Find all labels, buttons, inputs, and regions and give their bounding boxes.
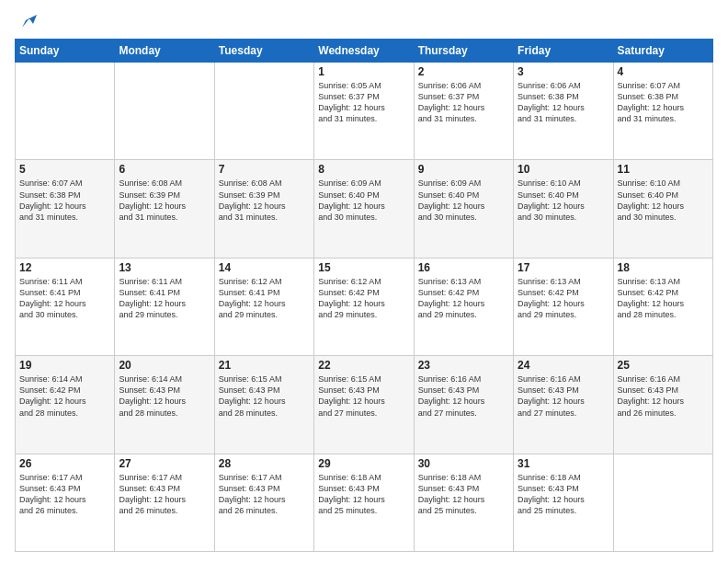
day-number: 10: [518, 163, 609, 176]
calendar-cell: 14Sunrise: 6:12 AM Sunset: 6:41 PM Dayli…: [214, 258, 313, 355]
day-number: 29: [318, 457, 409, 470]
calendar-week-5: 26Sunrise: 6:17 AM Sunset: 6:43 PM Dayli…: [16, 454, 713, 551]
day-info: Sunrise: 6:11 AM Sunset: 6:41 PM Dayligh…: [19, 276, 110, 321]
day-info: Sunrise: 6:17 AM Sunset: 6:43 PM Dayligh…: [19, 472, 110, 517]
weekday-header-monday: Monday: [115, 40, 214, 63]
calendar-cell: [613, 454, 712, 551]
calendar-cell: 1Sunrise: 6:05 AM Sunset: 6:37 PM Daylig…: [314, 63, 414, 160]
day-info: Sunrise: 6:07 AM Sunset: 6:38 PM Dayligh…: [618, 80, 709, 125]
logo: [15, 11, 37, 31]
calendar-cell: 25Sunrise: 6:16 AM Sunset: 6:43 PM Dayli…: [613, 356, 712, 454]
calendar-cell: 3Sunrise: 6:06 AM Sunset: 6:38 PM Daylig…: [514, 63, 613, 160]
calendar-cell: 16Sunrise: 6:13 AM Sunset: 6:42 PM Dayli…: [414, 258, 513, 355]
day-info: Sunrise: 6:07 AM Sunset: 6:38 PM Dayligh…: [19, 178, 110, 223]
calendar-week-1: 1Sunrise: 6:05 AM Sunset: 6:37 PM Daylig…: [16, 63, 713, 160]
calendar-cell: [16, 63, 115, 160]
calendar-cell: 19Sunrise: 6:14 AM Sunset: 6:42 PM Dayli…: [16, 356, 115, 454]
calendar-week-4: 19Sunrise: 6:14 AM Sunset: 6:42 PM Dayli…: [16, 356, 713, 454]
weekday-header-sunday: Sunday: [16, 40, 115, 63]
day-info: Sunrise: 6:12 AM Sunset: 6:42 PM Dayligh…: [318, 276, 409, 321]
day-number: 14: [219, 261, 310, 274]
day-number: 27: [119, 457, 210, 470]
day-info: Sunrise: 6:18 AM Sunset: 6:43 PM Dayligh…: [418, 472, 509, 517]
weekday-header-friday: Friday: [514, 40, 613, 63]
page: SundayMondayTuesdayWednesdayThursdayFrid…: [0, 0, 728, 563]
calendar-cell: 27Sunrise: 6:17 AM Sunset: 6:43 PM Dayli…: [115, 454, 214, 551]
day-info: Sunrise: 6:14 AM Sunset: 6:43 PM Dayligh…: [119, 373, 210, 419]
day-info: Sunrise: 6:06 AM Sunset: 6:38 PM Dayligh…: [518, 80, 609, 125]
day-info: Sunrise: 6:18 AM Sunset: 6:43 PM Dayligh…: [318, 472, 409, 517]
calendar-cell: 28Sunrise: 6:17 AM Sunset: 6:43 PM Dayli…: [214, 454, 313, 551]
day-info: Sunrise: 6:18 AM Sunset: 6:43 PM Dayligh…: [518, 472, 609, 517]
day-info: Sunrise: 6:15 AM Sunset: 6:43 PM Dayligh…: [219, 373, 310, 419]
day-info: Sunrise: 6:05 AM Sunset: 6:37 PM Dayligh…: [318, 80, 409, 125]
calendar-cell: 4Sunrise: 6:07 AM Sunset: 6:38 PM Daylig…: [613, 63, 712, 160]
calendar-cell: 2Sunrise: 6:06 AM Sunset: 6:37 PM Daylig…: [414, 63, 513, 160]
day-number: 30: [418, 457, 509, 470]
calendar-cell: 6Sunrise: 6:08 AM Sunset: 6:39 PM Daylig…: [115, 160, 214, 258]
day-number: 16: [418, 261, 509, 274]
day-info: Sunrise: 6:16 AM Sunset: 6:43 PM Dayligh…: [618, 373, 709, 419]
day-info: Sunrise: 6:08 AM Sunset: 6:39 PM Dayligh…: [219, 178, 310, 223]
calendar-cell: 24Sunrise: 6:16 AM Sunset: 6:43 PM Dayli…: [514, 356, 613, 454]
day-number: 19: [19, 359, 110, 372]
day-info: Sunrise: 6:17 AM Sunset: 6:43 PM Dayligh…: [219, 472, 310, 517]
day-number: 17: [518, 261, 609, 274]
calendar-cell: 11Sunrise: 6:10 AM Sunset: 6:40 PM Dayli…: [613, 160, 712, 258]
day-info: Sunrise: 6:11 AM Sunset: 6:41 PM Dayligh…: [119, 276, 210, 321]
weekday-header-thursday: Thursday: [414, 40, 513, 63]
day-number: 24: [518, 359, 609, 372]
day-number: 18: [618, 261, 709, 274]
calendar-cell: 20Sunrise: 6:14 AM Sunset: 6:43 PM Dayli…: [115, 356, 214, 454]
calendar-cell: 30Sunrise: 6:18 AM Sunset: 6:43 PM Dayli…: [414, 454, 513, 551]
day-number: 2: [418, 65, 509, 78]
svg-marker-0: [22, 15, 37, 28]
calendar-cell: 22Sunrise: 6:15 AM Sunset: 6:43 PM Dayli…: [314, 356, 414, 454]
day-number: 26: [19, 457, 110, 470]
calendar-cell: 21Sunrise: 6:15 AM Sunset: 6:43 PM Dayli…: [214, 356, 313, 454]
day-number: 3: [518, 65, 609, 78]
day-number: 20: [119, 359, 210, 372]
day-number: 7: [219, 163, 310, 176]
calendar-cell: [115, 63, 214, 160]
day-number: 8: [318, 163, 409, 176]
calendar-cell: 26Sunrise: 6:17 AM Sunset: 6:43 PM Dayli…: [16, 454, 115, 551]
day-info: Sunrise: 6:16 AM Sunset: 6:43 PM Dayligh…: [518, 373, 609, 419]
header: [15, 11, 713, 31]
day-info: Sunrise: 6:13 AM Sunset: 6:42 PM Dayligh…: [418, 276, 509, 321]
logo-bird-icon: [17, 11, 37, 31]
day-number: 31: [518, 457, 609, 470]
day-number: 15: [318, 261, 409, 274]
day-info: Sunrise: 6:17 AM Sunset: 6:43 PM Dayligh…: [119, 472, 210, 517]
weekday-header-saturday: Saturday: [613, 40, 712, 63]
weekday-header-tuesday: Tuesday: [214, 40, 313, 63]
calendar-cell: 13Sunrise: 6:11 AM Sunset: 6:41 PM Dayli…: [115, 258, 214, 355]
day-number: 13: [119, 261, 210, 274]
day-info: Sunrise: 6:12 AM Sunset: 6:41 PM Dayligh…: [219, 276, 310, 321]
calendar-cell: 17Sunrise: 6:13 AM Sunset: 6:42 PM Dayli…: [514, 258, 613, 355]
day-info: Sunrise: 6:06 AM Sunset: 6:37 PM Dayligh…: [418, 80, 509, 125]
day-info: Sunrise: 6:10 AM Sunset: 6:40 PM Dayligh…: [518, 178, 609, 223]
calendar-header-row: SundayMondayTuesdayWednesdayThursdayFrid…: [16, 40, 713, 63]
calendar-week-2: 5Sunrise: 6:07 AM Sunset: 6:38 PM Daylig…: [16, 160, 713, 258]
day-number: 25: [618, 359, 709, 372]
day-info: Sunrise: 6:13 AM Sunset: 6:42 PM Dayligh…: [618, 276, 709, 321]
calendar-cell: 10Sunrise: 6:10 AM Sunset: 6:40 PM Dayli…: [514, 160, 613, 258]
day-number: 28: [219, 457, 310, 470]
day-number: 23: [418, 359, 509, 372]
day-info: Sunrise: 6:10 AM Sunset: 6:40 PM Dayligh…: [618, 178, 709, 223]
day-info: Sunrise: 6:13 AM Sunset: 6:42 PM Dayligh…: [518, 276, 609, 321]
day-number: 6: [119, 163, 210, 176]
day-number: 4: [618, 65, 709, 78]
weekday-header-wednesday: Wednesday: [314, 40, 414, 63]
calendar-cell: 9Sunrise: 6:09 AM Sunset: 6:40 PM Daylig…: [414, 160, 513, 258]
day-number: 21: [219, 359, 310, 372]
calendar-cell: 31Sunrise: 6:18 AM Sunset: 6:43 PM Dayli…: [514, 454, 613, 551]
calendar-week-3: 12Sunrise: 6:11 AM Sunset: 6:41 PM Dayli…: [16, 258, 713, 355]
calendar-cell: 23Sunrise: 6:16 AM Sunset: 6:43 PM Dayli…: [414, 356, 513, 454]
day-number: 1: [318, 65, 409, 78]
day-number: 5: [19, 163, 110, 176]
day-info: Sunrise: 6:08 AM Sunset: 6:39 PM Dayligh…: [119, 178, 210, 223]
calendar-cell: 7Sunrise: 6:08 AM Sunset: 6:39 PM Daylig…: [214, 160, 313, 258]
calendar-cell: 8Sunrise: 6:09 AM Sunset: 6:40 PM Daylig…: [314, 160, 414, 258]
